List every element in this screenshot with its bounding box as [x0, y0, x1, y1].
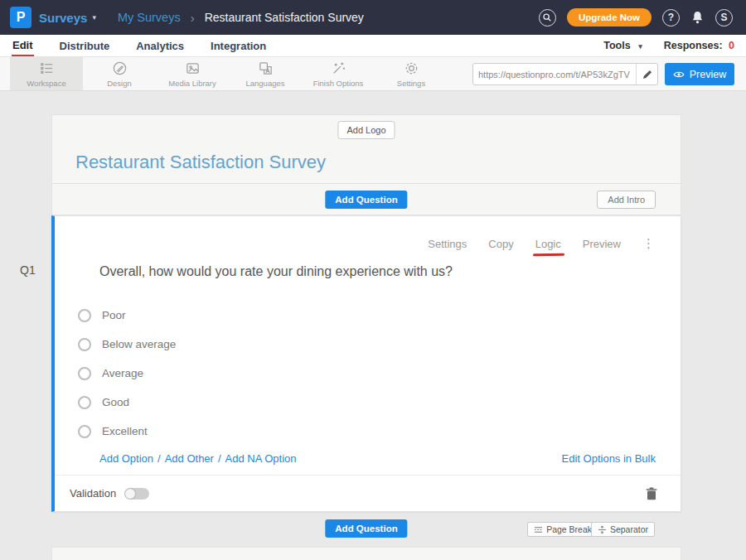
- toolbar-label: Workspace: [27, 79, 65, 88]
- separator-button[interactable]: Separator: [591, 522, 655, 537]
- edit-options-in-bulk-link[interactable]: Edit Options in Bulk: [562, 452, 656, 465]
- questionpro-logo[interactable]: P: [10, 7, 31, 28]
- delete-question-trash-icon[interactable]: [646, 487, 657, 500]
- toolbar-item-finish-options[interactable]: Finish Options: [302, 57, 375, 90]
- toolbar-item-settings[interactable]: Settings: [375, 57, 448, 90]
- search-icon[interactable]: [539, 9, 556, 27]
- option-label[interactable]: Poor: [102, 309, 126, 321]
- add-other-link[interactable]: Add Other: [165, 452, 214, 465]
- tab-distribute[interactable]: Distribute: [59, 36, 111, 56]
- survey-canvas: Add Logo Restaurant Satisfaction Survey …: [51, 114, 681, 560]
- toolbar-item-design[interactable]: Design: [83, 57, 156, 90]
- main-nav: Edit Distribute Analytics Integration To…: [0, 35, 746, 57]
- radio-button[interactable]: [78, 338, 91, 351]
- help-icon[interactable]: ?: [662, 9, 680, 27]
- notifications-bell-icon[interactable]: [690, 10, 705, 25]
- finish-options-icon: [331, 60, 346, 76]
- toolbar-label: Finish Options: [313, 79, 364, 88]
- media-library-icon: [185, 60, 201, 76]
- question-text[interactable]: Overall, how would you rate your dining …: [99, 264, 681, 279]
- add-logo-button[interactable]: Add Logo: [337, 121, 395, 139]
- nav-right: Tools ▾ Responses: 0: [603, 40, 734, 51]
- validation-row: Validation: [55, 475, 681, 511]
- preview-label: Preview: [690, 69, 726, 80]
- option-row: Poor: [78, 301, 681, 330]
- radio-button[interactable]: [78, 309, 91, 322]
- toolbar-item-workspace[interactable]: Workspace: [10, 57, 83, 90]
- question-copy-link[interactable]: Copy: [488, 238, 513, 250]
- breadcrumb-separator-icon: ›: [191, 11, 195, 25]
- tab-analytics[interactable]: Analytics: [135, 36, 185, 56]
- option-row: Average: [78, 359, 681, 388]
- upgrade-now-button[interactable]: Upgrade Now: [567, 8, 652, 27]
- question-more-menu-icon[interactable]: ⋮: [642, 236, 656, 251]
- avatar[interactable]: S: [715, 9, 733, 27]
- red-annotation-underline: [533, 253, 564, 256]
- page-break-icon: [534, 525, 543, 534]
- toolbar-label: Languages: [245, 79, 284, 88]
- toolbar-item-languages[interactable]: Languages: [229, 57, 302, 90]
- responses-counter[interactable]: Responses: 0: [664, 40, 734, 51]
- eye-icon: [673, 70, 685, 79]
- option-row: Good: [78, 388, 681, 417]
- add-na-option-link[interactable]: Add NA Option: [225, 452, 297, 465]
- option-label[interactable]: Good: [102, 396, 129, 408]
- edit-url-pencil-icon[interactable]: [636, 64, 657, 84]
- option-label[interactable]: Excellent: [102, 425, 148, 437]
- product-switcher[interactable]: Surveys: [39, 11, 87, 25]
- question-logic-link[interactable]: Logic: [535, 238, 561, 250]
- toolbar-label: Media Library: [168, 79, 216, 88]
- breadcrumb: My Surveys › Restaurant Satisfaction Sur…: [118, 11, 364, 25]
- share-url-box: [472, 63, 658, 85]
- question-settings-link[interactable]: Settings: [428, 238, 467, 250]
- editor-toolbar: Workspace Design Media Library Languages…: [0, 57, 746, 91]
- toolbar-label: Settings: [397, 79, 425, 88]
- top-bar: P Surveys ▾ My Surveys › Restaurant Sati…: [0, 0, 746, 35]
- tab-edit[interactable]: Edit: [12, 36, 34, 56]
- radio-button[interactable]: [78, 425, 91, 438]
- share-url-input[interactable]: [473, 70, 636, 80]
- languages-icon: [258, 60, 274, 76]
- survey-header: Add Logo Restaurant Satisfaction Survey: [51, 114, 681, 184]
- toggle-knob: [125, 489, 135, 499]
- chevron-down-icon: ▾: [92, 13, 96, 22]
- question-preview-link[interactable]: Preview: [583, 238, 621, 250]
- separator-icon: [598, 525, 607, 534]
- bottom-actions-row: Add Question Page Break Separator: [51, 512, 681, 547]
- add-question-button-bottom[interactable]: Add Question: [325, 519, 407, 538]
- option-add-links: Add Option / Add Other / Add NA Option E…: [99, 452, 681, 465]
- add-option-link[interactable]: Add Option: [99, 452, 153, 465]
- validation-label: Validation: [70, 487, 116, 500]
- topbar-actions: Upgrade Now ? S: [539, 8, 733, 27]
- tab-integration[interactable]: Integration: [210, 36, 267, 56]
- settings-gear-icon: [404, 60, 419, 76]
- survey-title[interactable]: Restaurant Satisfaction Survey: [75, 152, 326, 173]
- breadcrumb-survey-title: Restaurant Satisfaction Survey: [205, 11, 364, 24]
- add-intro-button[interactable]: Add Intro: [597, 191, 656, 209]
- survey-actions-row: Add Question Add Intro: [51, 184, 681, 215]
- option-row: Excellent: [78, 417, 681, 446]
- breadcrumb-my-surveys[interactable]: My Surveys: [118, 11, 181, 24]
- question-card: Settings Copy Logic Preview ⋮ Overall, h…: [51, 215, 681, 512]
- page-break-button[interactable]: Page Break: [527, 522, 598, 537]
- radio-button[interactable]: [78, 367, 91, 380]
- responses-label: Responses:: [664, 40, 723, 51]
- option-label[interactable]: Below average: [102, 338, 176, 350]
- option-label[interactable]: Average: [102, 367, 143, 379]
- add-question-button-top[interactable]: Add Question: [325, 191, 407, 209]
- question-number: Q1: [20, 263, 36, 277]
- validation-toggle[interactable]: [124, 488, 149, 500]
- chevron-down-icon: ▾: [638, 42, 642, 51]
- preview-button[interactable]: Preview: [665, 63, 734, 85]
- option-row: Below average: [78, 330, 681, 359]
- separator-label: Separator: [610, 524, 648, 534]
- link-separator: /: [218, 452, 221, 465]
- tools-menu[interactable]: Tools ▾: [603, 40, 642, 51]
- tools-label: Tools: [603, 40, 630, 51]
- toolbar-item-media-library[interactable]: Media Library: [156, 57, 229, 90]
- logic-label: Logic: [535, 238, 561, 250]
- workspace-icon: [39, 60, 55, 76]
- design-icon: [112, 60, 128, 76]
- next-section-strip: [51, 547, 681, 560]
- radio-button[interactable]: [78, 396, 91, 409]
